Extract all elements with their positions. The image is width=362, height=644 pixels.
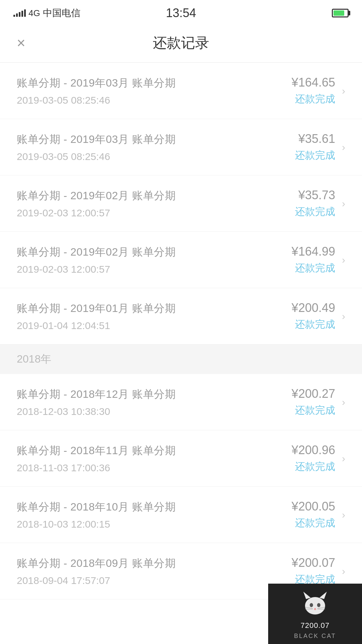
item-status: 还款完成 — [295, 405, 335, 416]
item-amount: ¥200.07 — [292, 556, 335, 570]
list-item[interactable]: 账单分期 - 2018年12月 账单分期 2018-12-03 10:38:30… — [0, 374, 362, 430]
item-status: 还款完成 — [295, 574, 335, 585]
signal-icon — [13, 9, 26, 17]
item-amount: ¥200.27 — [292, 387, 335, 401]
chevron-right-icon: › — [342, 198, 345, 209]
item-title: 账单分期 - 2018年09月 账单分期 — [17, 556, 292, 571]
chevron-right-icon: › — [342, 85, 345, 97]
watermark-amount: 7200.07 — [301, 621, 330, 630]
item-status: 还款完成 — [295, 517, 335, 528]
item-amount: ¥35.61 — [295, 132, 335, 146]
item-amount-group: ¥164.99 还款完成 — [292, 245, 335, 275]
item-status: 还款完成 — [295, 319, 335, 330]
battery-fill — [334, 10, 344, 16]
svg-point-3 — [310, 603, 313, 607]
item-title: 账单分期 - 2019年03月 账单分期 — [17, 132, 295, 147]
carrier: 中国电信 — [43, 7, 80, 19]
item-right: ¥200.07 还款完成 › — [292, 556, 345, 586]
item-amount: ¥164.99 — [292, 245, 335, 259]
item-title: 账单分期 - 2019年01月 账单分期 — [17, 301, 292, 316]
item-amount: ¥35.73 — [295, 188, 335, 202]
list-item[interactable]: 账单分期 - 2019年02月 账单分期 2019-02-03 12:00:57… — [0, 232, 362, 288]
item-date: 2018-12-03 10:38:30 — [17, 406, 292, 417]
item-date: 2019-02-03 12:00:57 — [17, 264, 292, 275]
item-amount: ¥200.05 — [292, 499, 335, 514]
svg-marker-2 — [319, 592, 327, 599]
item-left: 账单分期 - 2018年09月 账单分期 2018-09-04 17:57:07 — [17, 556, 292, 586]
item-status: 还款完成 — [295, 150, 335, 161]
cat-logo-icon — [300, 588, 330, 619]
chevron-right-icon: › — [342, 396, 345, 408]
svg-point-0 — [305, 597, 325, 614]
item-date: 2018-10-03 12:00:15 — [17, 519, 292, 530]
status-right — [332, 9, 349, 17]
item-title: 账单分期 - 2018年11月 账单分期 — [17, 443, 292, 458]
item-date: 2018-11-03 17:00:36 — [17, 462, 292, 474]
item-right: ¥164.65 还款完成 › — [292, 75, 345, 106]
header: × 还款记录 — [0, 23, 362, 63]
list-item[interactable]: 账单分期 - 2019年01月 账单分期 2019-01-04 12:04:51… — [0, 288, 362, 344]
chevron-right-icon: › — [342, 453, 345, 464]
close-button[interactable]: × — [17, 36, 25, 50]
status-time: 13:54 — [166, 6, 196, 20]
item-status: 还款完成 — [295, 461, 335, 472]
item-title: 账单分期 - 2018年10月 账单分期 — [17, 500, 292, 515]
item-right: ¥35.61 还款完成 › — [295, 132, 345, 162]
item-left: 账单分期 - 2019年02月 账单分期 2019-02-03 12:00:57 — [17, 189, 295, 219]
item-right: ¥200.27 还款完成 › — [292, 387, 345, 417]
svg-point-4 — [317, 603, 320, 607]
item-amount: ¥164.65 — [292, 75, 335, 90]
item-status: 还款完成 — [295, 206, 335, 217]
list-item[interactable]: 账单分期 - 2019年03月 账单分期 2019-03-05 08:25:46… — [0, 63, 362, 119]
chevron-right-icon: › — [342, 311, 345, 322]
item-left: 账单分期 - 2019年02月 账单分期 2019-02-03 12:00:57 — [17, 245, 292, 275]
page-title: 还款记录 — [153, 34, 209, 52]
item-right: ¥200.05 还款完成 › — [292, 499, 345, 530]
item-left: 账单分期 - 2019年01月 账单分期 2019-01-04 12:04:51 — [17, 301, 292, 331]
item-right: ¥164.99 还款完成 › — [292, 245, 345, 275]
item-title: 账单分期 - 2018年12月 账单分期 — [17, 387, 292, 402]
year-separator: 2018年 — [0, 344, 362, 374]
status-bar: 4G 中国电信 13:54 — [0, 0, 362, 23]
item-amount: ¥200.96 — [292, 443, 335, 457]
svg-marker-1 — [303, 592, 311, 599]
item-right: ¥200.49 还款完成 › — [292, 301, 345, 331]
item-amount-group: ¥200.07 还款完成 — [292, 556, 335, 586]
item-date: 2018-09-04 17:57:07 — [17, 575, 292, 586]
battery-icon — [332, 9, 349, 17]
item-left: 账单分期 - 2018年12月 账单分期 2018-12-03 10:38:30 — [17, 387, 292, 417]
item-status: 还款完成 — [295, 262, 335, 273]
item-left: 账单分期 - 2018年11月 账单分期 2018-11-03 17:00:36 — [17, 443, 292, 474]
item-amount-group: ¥200.96 还款完成 — [292, 443, 335, 474]
item-title: 账单分期 - 2019年03月 账单分期 — [17, 76, 292, 91]
watermark: 7200.07 BLACK CAT — [268, 584, 362, 644]
item-date: 2019-02-03 12:00:57 — [17, 207, 295, 219]
watermark-brand: BLACK CAT — [294, 633, 336, 640]
list-item[interactable]: 账单分期 - 2018年11月 账单分期 2018-11-03 17:00:36… — [0, 430, 362, 487]
list-item[interactable]: 账单分期 - 2018年10月 账单分期 2018-10-03 12:00:15… — [0, 487, 362, 543]
item-amount-group: ¥200.27 还款完成 — [292, 387, 335, 417]
repayment-list: 账单分期 - 2019年03月 账单分期 2019-03-05 08:25:46… — [0, 63, 362, 599]
status-left: 4G 中国电信 — [13, 7, 80, 19]
list-item[interactable]: 账单分期 - 2019年03月 账单分期 2019-03-05 08:25:46… — [0, 119, 362, 175]
chevron-right-icon: › — [342, 254, 345, 266]
item-right: ¥35.73 还款完成 › — [295, 188, 345, 219]
item-amount-group: ¥164.65 还款完成 — [292, 75, 335, 106]
item-amount-group: ¥200.05 还款完成 — [292, 499, 335, 530]
item-date: 2019-03-05 08:25:46 — [17, 95, 292, 106]
network-type: 4G — [28, 8, 40, 18]
item-amount: ¥200.49 — [292, 301, 335, 315]
item-amount-group: ¥200.49 还款完成 — [292, 301, 335, 331]
item-amount-group: ¥35.73 还款完成 — [295, 188, 335, 219]
chevron-right-icon: › — [342, 566, 345, 577]
list-item[interactable]: 账单分期 - 2019年02月 账单分期 2019-02-03 12:00:57… — [0, 175, 362, 232]
item-amount-group: ¥35.61 还款完成 — [295, 132, 335, 162]
item-left: 账单分期 - 2019年03月 账单分期 2019-03-05 08:25:46 — [17, 76, 292, 106]
chevron-right-icon: › — [342, 509, 345, 521]
item-status: 还款完成 — [295, 93, 335, 104]
item-left: 账单分期 - 2018年10月 账单分期 2018-10-03 12:00:15 — [17, 500, 292, 530]
item-title: 账单分期 - 2019年02月 账单分期 — [17, 245, 292, 260]
item-left: 账单分期 - 2019年03月 账单分期 2019-03-05 08:25:46 — [17, 132, 295, 162]
item-date: 2019-03-05 08:25:46 — [17, 151, 295, 162]
item-date: 2019-01-04 12:04:51 — [17, 320, 292, 331]
